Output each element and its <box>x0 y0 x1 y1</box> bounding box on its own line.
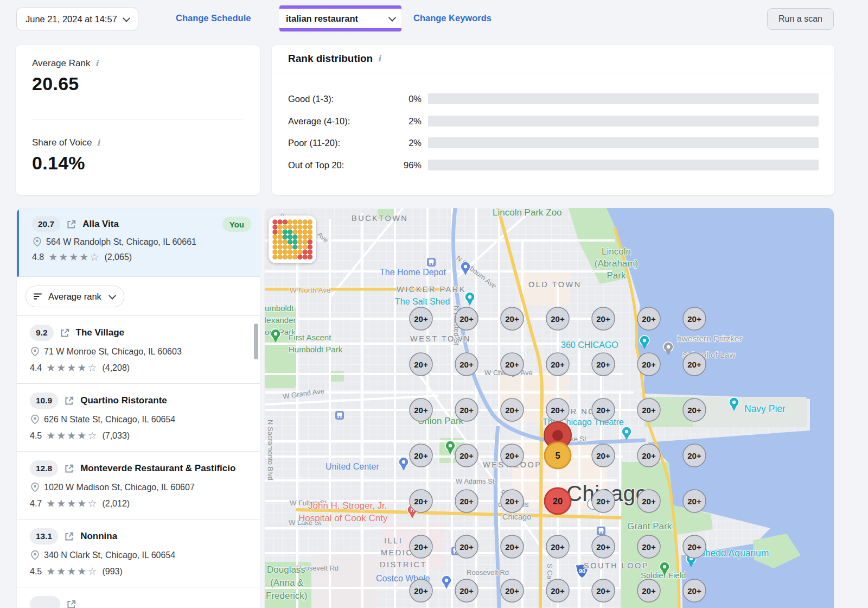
row-label: Average (4-10): <box>288 116 350 126</box>
rank-pin[interactable]: 20+ <box>455 307 478 330</box>
rank-pin[interactable]: 20+ <box>592 535 615 558</box>
svg-text:Frederick): Frederick) <box>266 591 308 601</box>
rank-pin[interactable]: 20+ <box>683 307 706 330</box>
rating-value: 4.4 <box>30 363 42 373</box>
sort-dropdown[interactable]: Average rank <box>25 286 124 307</box>
svg-text:DISTRICT: DISTRICT <box>380 560 427 569</box>
competitor-row[interactable]: 13.1 Nonnina 340 N Clark St, Chicago, IL… <box>17 520 260 587</box>
competitor-row[interactable]: 10.9 Quartino Ristorante 626 N State St,… <box>17 384 260 452</box>
heatmap-minimap-toggle[interactable] <box>269 216 316 263</box>
svg-text:20+: 20+ <box>642 497 656 506</box>
external-link-icon[interactable] <box>65 464 74 473</box>
rank-pin[interactable]: 20+ <box>637 444 660 467</box>
rank-pin[interactable]: 20+ <box>637 398 660 421</box>
rank-pin[interactable]: 20+ <box>683 353 706 376</box>
rank-pin[interactable]: 20+ <box>501 490 524 512</box>
rank-pin[interactable]: 20+ <box>501 307 524 330</box>
svg-text:20+: 20+ <box>459 542 474 552</box>
rank-pin[interactable]: 20+ <box>592 444 615 467</box>
rank-pin[interactable]: 20+ <box>637 307 660 330</box>
rank-pin[interactable]: 20+ <box>546 579 569 602</box>
run-scan-button[interactable]: Run a scan <box>767 8 834 30</box>
average-rank-label: Average Rank i <box>32 58 98 69</box>
svg-text:20+: 20+ <box>551 586 565 596</box>
info-icon[interactable]: i <box>378 54 381 64</box>
competitor-row[interactable]: 9.2 The Village 71 W Monroe St, Chicago,… <box>17 316 260 384</box>
row-label: Poor (11-20): <box>288 138 340 148</box>
info-icon[interactable]: i <box>97 138 100 148</box>
competitor-row[interactable]: 12.8 Monteverde Restaurant & Pastificio … <box>17 452 260 520</box>
rank-pin[interactable]: 20+ <box>410 490 432 512</box>
location-pin-icon <box>30 550 40 560</box>
external-link-icon[interactable] <box>65 396 74 406</box>
svg-text:OLD TOWN: OLD TOWN <box>528 280 582 289</box>
external-link-icon[interactable] <box>67 220 76 229</box>
info-icon[interactable]: i <box>95 59 98 68</box>
your-business-card[interactable]: 20.7 Alla Vita You 564 W Randolph St, Ch… <box>17 208 260 277</box>
rank-pin[interactable]: 20+ <box>546 535 569 558</box>
rank-pin[interactable]: 20+ <box>592 398 615 421</box>
svg-text:W Adams St: W Adams St <box>456 477 495 485</box>
rank-pin[interactable]: 20+ <box>683 490 706 512</box>
rank-pin[interactable]: 20+ <box>546 353 569 376</box>
external-link-icon[interactable] <box>67 600 76 608</box>
map-canvas[interactable]: 90110 BUCKTOWNLincoln Park ZooN Clybourn… <box>265 208 834 608</box>
rank-pin[interactable]: 20+ <box>501 579 524 602</box>
external-link-icon[interactable] <box>65 532 74 541</box>
external-link-icon[interactable] <box>60 328 69 338</box>
rank-pin[interactable]: 20+ <box>455 579 478 602</box>
rank-pin[interactable]: 20+ <box>592 579 615 602</box>
svg-text:20+: 20+ <box>459 586 474 596</box>
rank-pin[interactable]: 20+ <box>501 398 524 421</box>
rank-pin[interactable]: 20+ <box>501 444 524 467</box>
date-selector[interactable]: June 21, 2024 at 14:57 <box>16 8 138 30</box>
transit-icon <box>427 258 436 267</box>
svg-text:Roosevelt Rd: Roosevelt Rd <box>467 568 509 577</box>
rank-pin[interactable]: 20+ <box>455 353 478 376</box>
star-rating: ★★★★☆ <box>46 566 98 577</box>
change-keywords-link[interactable]: Change Keywords <box>413 13 492 23</box>
map[interactable]: 90110 BUCKTOWNLincoln Park ZooN Clybourn… <box>265 208 834 608</box>
rank-pin-red[interactable]: 20 <box>545 488 571 514</box>
distribution-row-poor: Poor (11-20): 2% <box>272 137 834 148</box>
rank-pin[interactable]: 20+ <box>546 398 569 421</box>
rank-pin[interactable]: 20+ <box>410 353 432 376</box>
rank-pin[interactable]: 20+ <box>501 535 524 558</box>
rank-pin[interactable]: 20+ <box>637 535 660 558</box>
rank-pin[interactable]: 20+ <box>637 490 660 512</box>
svg-text:20+: 20+ <box>596 360 610 369</box>
rank-pin[interactable]: 20+ <box>410 398 432 421</box>
competitor-row[interactable] <box>17 587 260 608</box>
rank-pin[interactable]: 20+ <box>455 535 478 558</box>
rank-pin[interactable]: 20+ <box>455 398 478 421</box>
rank-pin[interactable]: 20+ <box>592 490 615 512</box>
rank-pin[interactable]: 20+ <box>683 444 706 467</box>
rank-pin-yellow[interactable]: 5 <box>545 442 571 468</box>
svg-text:20+: 20+ <box>687 451 701 460</box>
change-schedule-link[interactable]: Change Schedule <box>176 13 251 23</box>
rank-pin[interactable]: 20+ <box>410 579 432 602</box>
row-label: Out of Top 20: <box>288 160 344 170</box>
rank-pin[interactable]: 20+ <box>455 490 478 512</box>
rank-pin[interactable]: 20+ <box>501 353 524 376</box>
rank-pin[interactable]: 20+ <box>410 444 432 467</box>
rank-pin[interactable]: 20+ <box>592 307 615 330</box>
heatmap-thumbnail <box>272 219 313 260</box>
review-count: (2,065) <box>104 252 132 262</box>
business-name: Nonnina <box>80 531 117 542</box>
rank-pin[interactable]: 20+ <box>683 535 706 558</box>
rank-pin[interactable]: 20+ <box>683 579 706 602</box>
keyword-selector[interactable]: italian restaurant <box>279 9 401 28</box>
rank-pin[interactable]: 20+ <box>683 398 706 421</box>
rank-pin[interactable]: 20+ <box>546 307 569 330</box>
rank-pin[interactable]: 20+ <box>455 444 478 467</box>
bar-track <box>428 137 819 148</box>
rank-pin[interactable]: 20+ <box>637 353 660 376</box>
svg-text:WEST TOWN: WEST TOWN <box>410 334 471 343</box>
rank-pin[interactable]: 20+ <box>410 307 432 330</box>
rank-pin[interactable]: 20+ <box>410 535 432 558</box>
rating-value: 4.5 <box>30 431 42 441</box>
rank-pin[interactable]: 20+ <box>592 353 615 376</box>
rank-pin[interactable]: 20+ <box>637 579 660 602</box>
list-scrollbar[interactable] <box>254 324 258 359</box>
